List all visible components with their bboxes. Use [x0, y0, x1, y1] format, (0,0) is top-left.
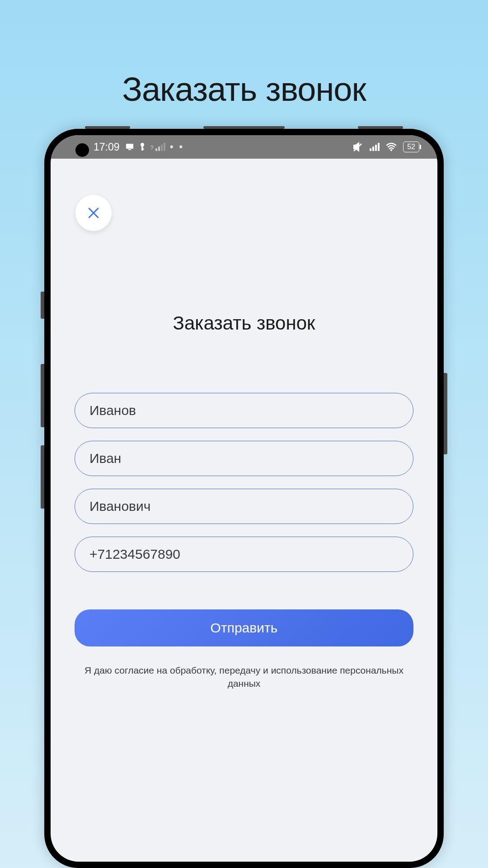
key-icon	[139, 142, 146, 151]
wifi-icon	[386, 142, 397, 151]
signal-icon	[370, 143, 380, 151]
last-name-input[interactable]	[75, 393, 413, 428]
status-dots: • •	[170, 141, 184, 153]
page-title: Заказать звонок	[0, 70, 488, 108]
phone-volume-up-button	[41, 364, 44, 427]
status-bar: 17:09 ?	[51, 135, 437, 159]
status-time: 17:09	[94, 141, 120, 153]
phone-notch	[203, 126, 285, 129]
app-content: Заказать звонок Отправить Я даю согласие…	[51, 159, 437, 690]
phone-input[interactable]	[75, 537, 413, 572]
first-name-input[interactable]	[75, 441, 413, 476]
phone-screen: 17:09 ?	[51, 135, 437, 862]
phone-frame: 17:09 ?	[44, 129, 444, 868]
mute-icon	[352, 142, 363, 152]
form-fields: Отправить	[71, 393, 417, 646]
consent-text: Я даю согласие на обработку, передачу и …	[71, 664, 417, 690]
monitor-icon	[125, 143, 134, 151]
svg-rect-1	[128, 149, 131, 150]
close-button[interactable]	[75, 195, 112, 231]
battery-icon: 52	[403, 142, 419, 152]
phone-side-button	[41, 292, 44, 319]
battery-level: 52	[407, 143, 415, 151]
svg-rect-3	[141, 146, 143, 151]
status-bar-right: 52	[352, 142, 419, 152]
phone-notch-right	[358, 126, 403, 129]
signal-weak-icon: ?	[150, 143, 165, 151]
patronymic-input[interactable]	[75, 489, 413, 524]
svg-point-6	[390, 149, 392, 151]
close-icon	[86, 205, 101, 221]
phone-power-button	[444, 373, 447, 454]
status-bar-left: 17:09 ?	[82, 141, 184, 153]
svg-rect-0	[126, 144, 133, 149]
form-title: Заказать звонок	[71, 312, 417, 334]
submit-button[interactable]: Отправить	[75, 609, 413, 646]
phone-volume-down-button	[41, 445, 44, 509]
svg-point-2	[141, 143, 144, 146]
status-icons-left: ? • •	[125, 141, 184, 153]
phone-notch-left	[85, 126, 130, 129]
svg-rect-4	[141, 149, 144, 150]
camera-hole	[75, 143, 89, 157]
